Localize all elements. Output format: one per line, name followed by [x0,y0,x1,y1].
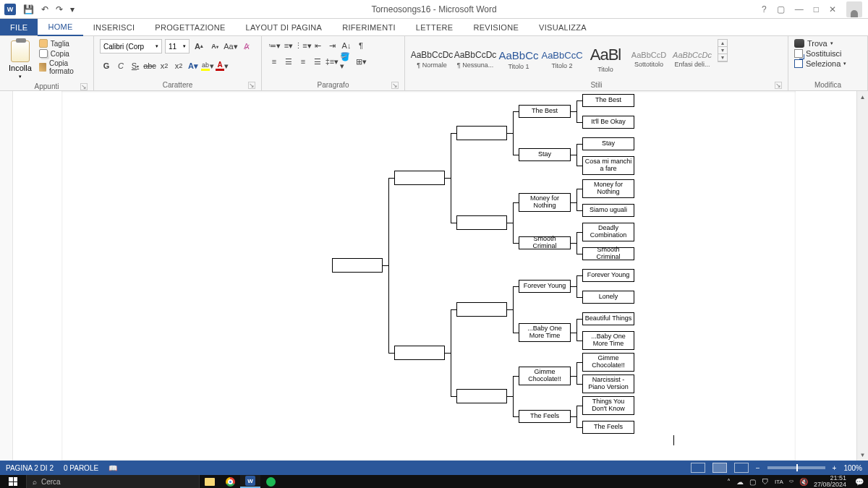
style-item[interactable]: AaBbCcDSottotitolo [628,39,670,80]
font-size-select[interactable]: 11▾ [165,39,190,53]
decrease-indent-button[interactable]: ⇤ [311,39,324,52]
close-button[interactable]: ✕ [829,4,836,14]
replace-button[interactable]: Sostituisci [794,49,846,58]
bracket-box[interactable]: Siamo uguali [582,204,634,217]
bracket-box[interactable]: Beautiful Things [582,312,634,325]
view-read-mode[interactable] [691,463,705,473]
font-family-select[interactable]: Calibri (Corp▾ [100,39,162,53]
font-dialog-launcher[interactable]: ↘ [248,82,255,89]
sort-button[interactable]: A↓ [340,39,353,52]
view-print-layout[interactable] [712,463,727,473]
undo-button[interactable]: ↶ [41,4,48,14]
tab-view[interactable]: VISUALIZZA [529,19,597,35]
bracket-box[interactable] [456,389,507,403]
align-left-button[interactable]: ≡ [268,55,281,68]
paste-button[interactable]: Incolla ▾ [6,39,35,81]
line-spacing-button[interactable]: ‡≡▾ [326,55,339,68]
bracket-box[interactable]: The Feels [582,421,634,434]
zoom-level[interactable]: 100% [843,464,862,472]
word-count[interactable]: 0 PAROLE [64,464,98,472]
style-item[interactable]: AaBbCcDc¶ Nessuna... [454,39,496,80]
bracket-box[interactable] [456,302,507,317]
zoom-in-button[interactable]: + [833,464,837,472]
bracket-box[interactable] [332,258,383,273]
align-center-button[interactable]: ☰ [282,55,295,68]
bracket-box[interactable]: Money for Nothing [582,179,634,198]
strikethrough-button[interactable]: abc [143,59,156,72]
bracket-box[interactable] [394,346,445,360]
clear-formatting-button[interactable]: A̷ [240,40,253,53]
tray-chevron-icon[interactable]: ˄ [727,478,731,486]
multilevel-button[interactable]: ⋮≡▾ [297,39,310,52]
bracket-box[interactable]: Gimme Chocolate!! [582,353,634,372]
zoom-slider[interactable] [767,466,825,469]
tray-wifi-icon[interactable]: ⌔ [789,478,793,486]
taskbar-word[interactable]: W [240,475,260,488]
bracket-box[interactable]: Smooth Criminal [519,236,571,249]
paragraph-dialog-launcher[interactable]: ↘ [391,82,399,89]
subscript-button[interactable]: x2 [158,59,171,72]
tab-pagelayout[interactable]: LAYOUT DI PAGINA [236,19,333,35]
find-button[interactable]: Trova ▾ [794,39,846,48]
tray-security-icon[interactable]: ⛉ [762,478,769,486]
page-indicator[interactable]: PAGINA 2 DI 2 [6,464,54,472]
proofing-icon[interactable]: 📖 [109,464,117,472]
minimize-button[interactable]: — [795,4,804,14]
clipboard-dialog-launcher[interactable]: ↘ [80,83,88,90]
justify-button[interactable]: ☰ [311,55,324,68]
bracket-box[interactable]: Gimme Chocolate!! [519,367,571,385]
bracket-box[interactable]: It'll Be Okay [582,116,634,129]
superscript-button[interactable]: x2 [172,59,185,72]
bold-button[interactable]: G [100,59,113,72]
styles-gallery-more[interactable]: ▴▾▾ [718,39,728,62]
scroll-up-button[interactable]: ▲ [857,91,868,103]
bracket-box[interactable]: Deadly Combination [582,223,634,241]
bracket-box[interactable] [456,126,507,140]
tab-mailings[interactable]: LETTERE [406,19,464,35]
copy-button[interactable]: Copia [39,49,88,58]
cut-button[interactable]: Taglia [39,39,88,48]
bracket-box[interactable]: ...Baby One More Time [582,331,634,350]
qa-customize[interactable]: ▾ [70,4,75,14]
tab-insert[interactable]: INSERISCI [83,19,145,35]
bracket-box[interactable]: ...Baby One More Time [519,323,571,342]
start-button[interactable] [0,475,26,488]
bullets-button[interactable]: ≔▾ [268,39,281,52]
bracket-box[interactable]: Forever Young [582,269,634,282]
bracket-box[interactable]: The Feels [519,410,571,423]
taskbar-chrome[interactable] [220,475,240,488]
bracket-box[interactable] [456,215,507,230]
tab-design[interactable]: PROGETTAZIONE [145,19,235,35]
bracket-box[interactable]: Forever Young [519,280,571,293]
bracket-box[interactable]: The Best [519,105,571,118]
style-item[interactable]: AaBbCcDc¶ Normale [411,39,453,80]
notifications-icon[interactable]: 💬 [855,478,864,486]
increase-indent-button[interactable]: ⇥ [326,39,339,52]
taskbar-explorer[interactable] [200,475,220,488]
numbering-button[interactable]: ≡▾ [282,39,295,52]
save-button[interactable]: 💾 [23,4,34,14]
change-case-button[interactable]: Aa▾ [224,40,237,53]
bracket-box[interactable] [394,171,445,185]
bracket-box[interactable]: The Best [582,94,634,107]
ribbon-display-options[interactable]: ▢ [777,4,785,14]
style-item[interactable]: AaBbCcCTitolo 2 [541,39,583,80]
tab-references[interactable]: RIFERIMENTI [332,19,406,35]
shrink-font-button[interactable]: A▾ [208,40,221,53]
scroll-down-button[interactable]: ▼ [857,449,868,461]
tab-file[interactable]: FILE [0,19,38,35]
account-icon[interactable] [846,1,862,17]
font-color-button[interactable]: A▾ [216,59,229,72]
select-button[interactable]: Seleziona ▾ [794,59,846,68]
help-icon[interactable]: ? [762,4,767,14]
taskbar-spotify[interactable] [260,475,281,488]
grow-font-button[interactable]: A▴ [192,40,205,53]
taskbar-search[interactable]: ⌕ Cerca [26,475,200,488]
text-effects-button[interactable]: A▾ [187,59,200,72]
shading-button[interactable]: 🪣▾ [340,55,353,68]
taskbar-clock[interactable]: 21:51 27/08/2024 [814,475,849,488]
bracket-box[interactable]: Stay [519,148,571,161]
page[interactable]: The BestIt'll Be OkayStayCosa mi manchi … [61,91,796,461]
format-painter-button[interactable]: Copia formato [39,59,88,75]
style-item[interactable]: AaBbCcDcEnfasi deli... [671,39,713,80]
